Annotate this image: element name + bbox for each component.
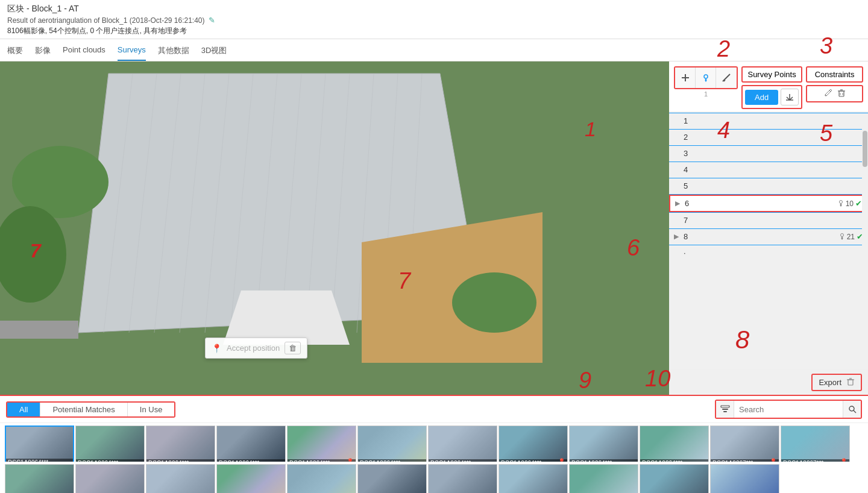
export-label: Export: [819, 378, 841, 387]
tab-3d-view[interactable]: 3D视图: [201, 43, 227, 61]
survey-item-9[interactable]: ·: [669, 245, 868, 261]
slice-icon: [722, 73, 731, 83]
filter-tabs: All Potential Matches In Use: [6, 401, 175, 418]
nav-tabs: 概要 影像 Point clouds Surveys 其他数据 3D视图: [0, 39, 868, 61]
survey-item-4[interactable]: 4: [669, 162, 868, 178]
image-thumb-r2-8[interactable]: DSC1A0068***: [498, 464, 568, 493]
svg-rect-37: [721, 406, 729, 407]
item-number-5: 5: [684, 181, 863, 190]
search-input[interactable]: [734, 403, 843, 416]
search-icon: [848, 405, 857, 413]
item-count-6: 10 ✔: [838, 199, 862, 208]
header-info: 8106幅影像, 54个控制点, 0 个用户连接点, 具有地理参考: [7, 26, 861, 36]
edit-subtitle-icon[interactable]: ✎: [209, 16, 215, 25]
edit-icon: [824, 89, 832, 97]
tab-point-clouds[interactable]: Point clouds: [63, 43, 105, 61]
tab-images[interactable]: 影像: [35, 43, 51, 61]
image-panel[interactable]: 📍 Accept position 🗑 7: [0, 61, 669, 395]
plus-icon: [681, 73, 690, 83]
export-trash-button[interactable]: [846, 377, 855, 388]
image-thumb-r2-3[interactable]: DSC1A0067***: [146, 464, 215, 493]
import-survey-button[interactable]: [781, 89, 799, 105]
image-thumb-2[interactable]: DSC1A0064***: [75, 425, 145, 462]
svg-line-41: [854, 410, 856, 413]
image-thumb-6[interactable]: DSC1A0064***: [357, 425, 427, 462]
pin-icon-6: [838, 199, 844, 208]
delete-position-button[interactable]: 🗑: [285, 342, 301, 354]
image-thumb-r2-9[interactable]: DSC1A0068***: [569, 464, 638, 493]
tool-group-section: 1: [674, 66, 738, 98]
survey-item-8[interactable]: ▶ 8 21 ✔: [669, 229, 868, 245]
image-row-2: DSC1A0067*** DSC1A0067*** DSC1A0067*** D…: [0, 463, 868, 493]
image-thumb-12[interactable]: DSC1A0067*** 📍: [781, 425, 850, 462]
expand-arrow-6: ▶: [675, 199, 682, 207]
constraints-header: Constraints: [806, 66, 863, 83]
svg-point-24: [704, 75, 708, 78]
image-thumb-4[interactable]: DSC1A0064***: [216, 425, 286, 462]
constraints-actions: [806, 85, 863, 102]
pin-icon: [701, 73, 711, 83]
add-survey-point-button[interactable]: Add: [745, 90, 778, 105]
image-thumb-3[interactable]: DSC1A0064***: [146, 425, 215, 462]
pin-icon-8: [839, 233, 845, 241]
scrollbar[interactable]: [862, 119, 868, 292]
image-thumb-9[interactable]: DSC1A0064***: [569, 425, 638, 462]
top-controls: 1 Survey Points Add Constraints: [669, 61, 868, 112]
image-grid: DSC1A0064*** DSC1A0064*** DSC1A0064*** D…: [0, 423, 868, 493]
filter-all[interactable]: All: [7, 403, 40, 416]
image-thumb-r2-2[interactable]: DSC1A0067***: [75, 464, 145, 493]
survey-item-3[interactable]: 3: [669, 146, 868, 162]
item-number-1: 1: [684, 116, 863, 125]
image-thumb-r2-6[interactable]: DSC1A0067***: [357, 464, 427, 493]
item-number-4: 4: [684, 165, 863, 174]
slice-tool[interactable]: [716, 68, 737, 88]
image-thumb-r2-4[interactable]: DSC1A0067***: [216, 464, 286, 493]
header: 区块 - Block_1 - AT Result of aerotriangul…: [0, 0, 868, 39]
survey-item-2[interactable]: 2: [669, 130, 868, 145]
image-thumb-r2-10[interactable]: DSC1A0068***: [640, 464, 709, 493]
item-count-8: 21 ✔: [839, 232, 863, 241]
tab-surveys[interactable]: Surveys: [118, 43, 146, 61]
svg-point-33: [840, 233, 843, 236]
export-row: Export: [669, 369, 868, 395]
survey-item-6[interactable]: ▶ 6 10 ✔: [669, 195, 868, 212]
svg-rect-20: [0, 321, 78, 339]
search-button[interactable]: [843, 401, 861, 418]
accept-position-popup[interactable]: 📍 Accept position 🗑: [205, 338, 307, 359]
constraints-section: Constraints: [806, 66, 863, 102]
aerial-svg: [0, 61, 669, 395]
filter-in-use[interactable]: In Use: [128, 403, 175, 416]
scrollbar-thumb[interactable]: [863, 131, 867, 167]
survey-item-1[interactable]: 1: [669, 113, 868, 129]
image-thumb-r2-11[interactable]: 知乎 @Frontier: [710, 464, 779, 493]
image-thumb-r2-7[interactable]: DSC1A0067***: [428, 464, 497, 493]
tab-overview[interactable]: 概要: [7, 43, 23, 61]
pin-icon: 📍: [212, 344, 222, 353]
svg-rect-39: [723, 411, 727, 412]
survey-item-5[interactable]: 5: [669, 178, 868, 194]
image-thumb-7[interactable]: DSC1A0064***: [428, 425, 497, 462]
survey-item-7[interactable]: 7: [669, 213, 868, 228]
tool-group: [674, 66, 738, 89]
filter-potential[interactable]: Potential Matches: [40, 403, 127, 416]
image-thumb-1[interactable]: DSC1A0064***: [5, 425, 74, 462]
svg-point-19: [452, 272, 536, 333]
item-number-7: 7: [684, 216, 863, 225]
image-thumb-r2-5[interactable]: DSC1A0067***: [287, 464, 356, 493]
count-value-8: 21: [847, 233, 855, 241]
svg-rect-27: [839, 91, 844, 96]
filter-icon-button[interactable]: [716, 401, 734, 418]
right-panel: 1 Survey Points Add Constraints: [669, 61, 868, 395]
image-thumb-11[interactable]: DSC1A0067*** 📍: [710, 425, 779, 462]
edit-constraint-button[interactable]: [824, 89, 832, 99]
bottom-strip: All Potential Matches In Use DSC1A0064**…: [0, 395, 868, 493]
image-thumb-8[interactable]: DSC1A0064*** 📍: [498, 425, 568, 462]
delete-constraint-button[interactable]: [837, 89, 846, 99]
tab-other-data[interactable]: 其他数据: [158, 43, 189, 61]
pin-tool[interactable]: [696, 68, 716, 88]
export-button[interactable]: Export: [819, 378, 841, 387]
image-thumb-r2-1[interactable]: DSC1A0067***: [5, 464, 74, 493]
add-point-tool[interactable]: [675, 68, 696, 88]
image-thumb-10[interactable]: DSC1A0064***: [640, 425, 709, 462]
image-thumb-5[interactable]: DSC1A0064*** 📍: [287, 425, 356, 462]
